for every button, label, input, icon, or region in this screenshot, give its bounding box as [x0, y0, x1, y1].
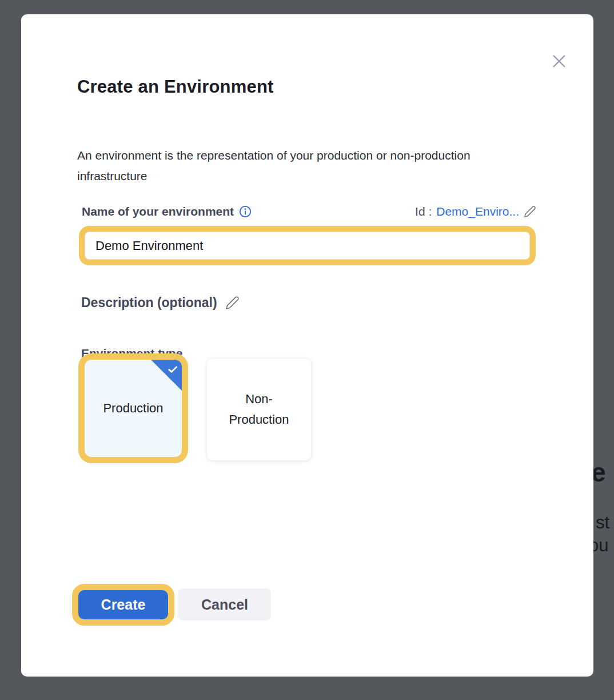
environment-type-card-non-production[interactable]: Non-Production [207, 359, 311, 460]
name-field-label: Name of your environment [82, 205, 252, 218]
create-environment-dialog: Create an Environment An environment is … [21, 14, 593, 677]
close-icon [550, 52, 568, 70]
dialog-title: Create an Environment [77, 77, 274, 97]
screen-overlay: e st ou Create an Environment An environ… [0, 0, 614, 700]
name-field-label-text: Name of your environment [82, 205, 234, 218]
environment-name-input[interactable] [85, 232, 530, 260]
environment-id: Id : Demo_Enviro... [415, 205, 536, 218]
name-label-row: Name of your environment Id : Demo_Envir… [82, 205, 539, 221]
description-section: Description (optional) [81, 295, 240, 311]
edit-id-pencil-icon[interactable] [524, 205, 536, 218]
cancel-button[interactable]: Cancel [178, 588, 271, 621]
card-label: Production [103, 401, 163, 416]
close-button[interactable] [549, 51, 569, 71]
card-label: Non-Production [223, 389, 295, 430]
create-button[interactable]: Create [78, 590, 168, 619]
check-icon [167, 364, 178, 375]
environment-id-link[interactable]: Demo_Enviro... [436, 205, 519, 218]
id-prefix-label: Id : [415, 205, 432, 218]
occluded-text-fragment: st [596, 512, 609, 533]
info-icon[interactable] [239, 205, 252, 218]
description-label: Description (optional) [81, 295, 217, 311]
environment-type-label: Environment type [81, 347, 182, 360]
dialog-description: An environment is the representation of … [77, 145, 477, 186]
edit-description-pencil-icon[interactable] [225, 296, 240, 310]
environment-type-card-production[interactable]: Production [85, 360, 182, 457]
